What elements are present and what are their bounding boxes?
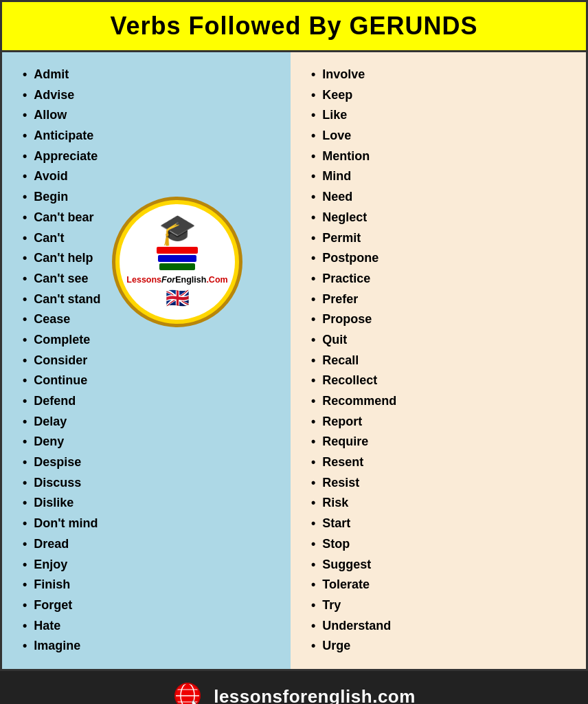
left-word-item: Continue <box>23 371 284 391</box>
main-content: AdmitAdviseAllowAnticipateAppreciateAvoi… <box>0 52 588 671</box>
right-word-item: Recollect <box>311 371 579 391</box>
left-word-item: Despise <box>23 452 284 473</box>
right-word-item: Prefer <box>311 289 579 310</box>
logo-lessons: Lessons <box>126 275 161 285</box>
book-blue <box>158 255 196 262</box>
logo-circle-outer: 🎓 LessonsForEnglish.Com 🇬🇧 <box>112 197 242 327</box>
left-column: AdmitAdviseAllowAnticipateAppreciateAvoi… <box>2 52 291 669</box>
left-word-item: Dislike <box>23 493 284 514</box>
right-word-item: Risk <box>311 493 579 514</box>
right-word-item: Permit <box>311 228 579 249</box>
right-word-item: Propose <box>311 309 579 330</box>
right-word-item: Stop <box>311 534 579 555</box>
left-word-item: Imagine <box>23 636 284 657</box>
left-word-item: Allow <box>23 105 284 126</box>
right-word-item: Resist <box>311 473 579 494</box>
right-word-item: Understand <box>311 616 579 637</box>
left-word-item: Hate <box>23 616 284 637</box>
left-word-item: Forget <box>23 595 284 616</box>
right-column: InvolveKeepLikeLoveMentionMindNeedNeglec… <box>291 52 586 669</box>
right-word-item: Recall <box>311 351 579 371</box>
right-word-item: Postpone <box>311 248 579 269</box>
right-word-item: Try <box>311 595 579 616</box>
left-word-item: Appreciate <box>23 146 284 167</box>
right-word-item: Recommend <box>311 391 579 412</box>
logo-text: LessonsForEnglish.Com <box>121 272 233 285</box>
logo-english: English <box>175 275 206 285</box>
left-word-item: Complete <box>23 330 284 351</box>
left-word-item: Delay <box>23 412 284 432</box>
left-word-item: Dread <box>23 534 284 555</box>
books-stack <box>157 246 198 271</box>
page-header: Verbs Followed By GERUNDS <box>0 0 588 52</box>
right-word-item: Quit <box>311 330 579 351</box>
left-word-item: Enjoy <box>23 555 284 575</box>
left-word-item: Deny <box>23 432 284 452</box>
left-word-item: Consider <box>23 351 284 371</box>
right-word-item: Practice <box>311 269 579 289</box>
right-word-item: Involve <box>311 65 579 85</box>
logo-for: For <box>161 275 175 285</box>
footer: lessonsforenglish.com <box>0 671 588 704</box>
right-word-item: Neglect <box>311 208 579 228</box>
page-title: Verbs Followed By GERUNDS <box>9 12 579 41</box>
right-word-item: Need <box>311 187 579 208</box>
right-word-item: Mind <box>311 166 579 187</box>
left-word-item: Discuss <box>23 473 284 494</box>
uk-flag-heart-icon: 🇬🇧 <box>166 287 190 309</box>
left-word-item: Avoid <box>23 166 284 187</box>
right-word-item: Report <box>311 412 579 432</box>
left-word-item: Anticipate <box>23 126 284 146</box>
right-word-item: Require <box>311 432 579 452</box>
left-word-item: Finish <box>23 575 284 595</box>
left-word-item: Defend <box>23 391 284 412</box>
right-word-item: Resent <box>311 452 579 473</box>
right-word-item: Start <box>311 514 579 534</box>
right-word-list: InvolveKeepLikeLoveMentionMindNeedNeglec… <box>311 65 579 657</box>
book-green <box>159 263 195 270</box>
left-word-list: AdmitAdviseAllowAnticipateAppreciateAvoi… <box>23 65 284 657</box>
right-word-item: Like <box>311 105 579 126</box>
right-word-item: Urge <box>311 636 579 657</box>
right-word-item: Mention <box>311 146 579 167</box>
right-word-item: Keep <box>311 85 579 106</box>
left-word-item: Admit <box>23 65 284 85</box>
book-red <box>157 247 198 254</box>
right-word-item: Tolerate <box>311 575 579 595</box>
footer-website: lessonsforenglish.com <box>214 686 416 704</box>
logo-container: 🎓 LessonsForEnglish.Com 🇬🇧 <box>112 197 242 327</box>
left-word-item: Don't mind <box>23 514 284 534</box>
mortarboard-icon: 🎓 <box>159 214 196 245</box>
logo-circle-inner: 🎓 LessonsForEnglish.Com 🇬🇧 <box>120 204 235 320</box>
left-word-item: Advise <box>23 85 284 106</box>
right-word-item: Suggest <box>311 555 579 575</box>
right-word-item: Love <box>311 126 579 146</box>
globe-icon <box>172 681 203 704</box>
logo-dot-com: .Com <box>206 275 227 285</box>
